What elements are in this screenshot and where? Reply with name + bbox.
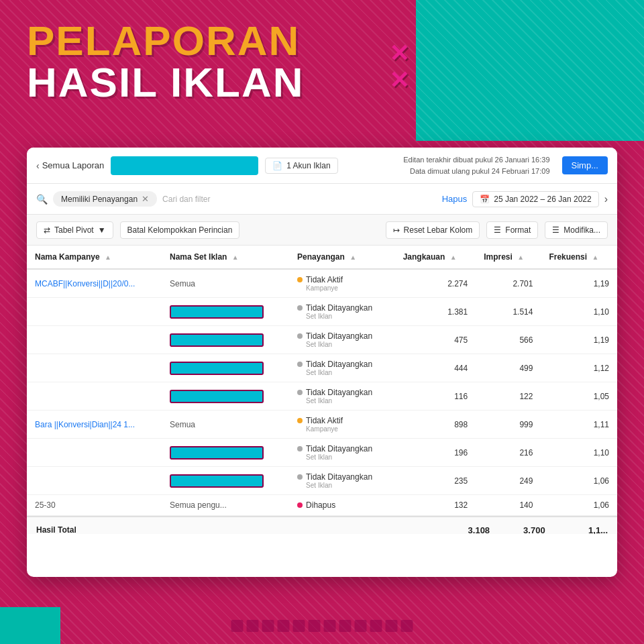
ad-set-bar: [170, 362, 264, 375]
col-campaign[interactable]: Nama Kampanye ▲: [27, 246, 162, 269]
ad-set-bar: [170, 474, 264, 488]
group-label: Batal Kelompokkan Perincian: [127, 225, 233, 235]
footer-reach-val: 3.108: [468, 525, 490, 534]
status-dot-icon: [297, 446, 303, 451]
format-label: Format: [505, 225, 531, 235]
save-button[interactable]: Simp...: [562, 156, 608, 174]
cell-impression: 140: [476, 495, 541, 516]
filter-chip[interactable]: Memiliki Penayangan ✕: [53, 191, 157, 207]
search-icon: 🔍: [36, 194, 48, 205]
delete-button[interactable]: Hapus: [442, 194, 468, 204]
status-sub-label: Kampanye: [306, 284, 387, 292]
checker-11: [386, 620, 398, 632]
col-frekuensi[interactable]: Frekuensi ▲: [541, 246, 617, 269]
sort-icon-penayangan: ▲: [350, 254, 356, 261]
cell-adset: [162, 354, 289, 382]
cell-impression: 249: [476, 467, 541, 495]
date-range[interactable]: 📅 25 Jan 2022 – 26 Jan 2022: [472, 191, 598, 207]
modif-label: Modifika...: [564, 225, 600, 235]
pivot-chevron-icon: ▼: [98, 225, 106, 235]
status-dot-icon: [297, 277, 303, 282]
background: PELAPORAN HASIL IKLAN ✕ ✕ ‹ Semua Lapora…: [0, 0, 644, 644]
status-dot-icon: [297, 418, 303, 423]
col-jangkauan[interactable]: Jangkauan ▲: [395, 246, 476, 269]
cell-campaign: [27, 467, 162, 495]
table-row: Tidak DitayangkanSet Iklan1161221,05: [27, 382, 617, 411]
cell-impression: 1.514: [476, 298, 541, 326]
table-row: Tidak DitayangkanSet Iklan1962161,10: [27, 439, 617, 467]
date-range-label: 25 Jan 2022 – 26 Jan 2022: [494, 195, 591, 204]
cell-status: Tidak DitayangkanSet Iklan: [289, 439, 395, 467]
cell-reach: 1.381: [395, 298, 476, 326]
cell-reach: 2.274: [395, 269, 476, 298]
status-label: Dihapus: [306, 500, 335, 510]
cross-icon-1: ✕: [389, 40, 409, 67]
filter-bar: 🔍 Memiliki Penayangan ✕ Cari dan filter …: [27, 184, 617, 215]
format-button[interactable]: ☰ Format: [486, 221, 538, 239]
bottom-checkers: [231, 620, 413, 632]
status-label: Tidak Ditayangkan: [306, 360, 372, 369]
ad-set-bar: [170, 446, 264, 460]
campaign-link[interactable]: Bara ||Konversi|Dian||24 1...: [35, 420, 142, 429]
back-button[interactable]: ‹ Semua Laporan: [36, 160, 104, 171]
data-table: Nama Kampanye ▲ Nama Set Iklan ▲ Penayan…: [27, 246, 617, 516]
cell-impression: 999: [476, 411, 541, 439]
reset-col-button[interactable]: ↦ Reset Lebar Kolom: [386, 221, 480, 239]
title-pelaporan: PELAPORAN: [27, 20, 305, 62]
sort-icon-impresi: ▲: [517, 254, 524, 261]
cell-reach: 196: [395, 439, 476, 467]
col-impresi[interactable]: Impresi ▲: [476, 246, 541, 269]
account-badge[interactable]: 📄 1 Akun Iklan: [265, 158, 337, 174]
table-row: Bara ||Konversi|Dian||24 1...SemuaTidak …: [27, 411, 617, 439]
status-dot-icon: [297, 305, 303, 311]
col-penayangan[interactable]: Penayangan ▲: [289, 246, 395, 269]
campaign-link[interactable]: MCABF||Konversi||D||20/0...: [35, 279, 142, 288]
checker-8: [339, 620, 352, 632]
cell-frequency: 1,19: [541, 269, 617, 298]
sort-icon-frekuensi: ▲: [592, 254, 598, 261]
ad-set-bar: [170, 333, 264, 347]
more-options-icon[interactable]: ›: [604, 193, 608, 205]
footer-reach: 3.108 Orang: [468, 525, 490, 534]
table-header-row: Nama Kampanye ▲ Nama Set Iklan ▲ Penayan…: [27, 246, 617, 269]
status-dot-icon: [297, 333, 303, 339]
status-dot-icon: [297, 390, 303, 395]
group-button[interactable]: Batal Kelompokkan Perincian: [120, 221, 240, 239]
cell-campaign: [27, 354, 162, 382]
cell-frequency: 1,10: [541, 298, 617, 326]
teal-top-right: [416, 0, 644, 141]
col-adset[interactable]: Nama Set Iklan ▲: [162, 246, 289, 269]
table-row: Tidak DitayangkanSet Iklan4755661,19: [27, 326, 617, 354]
checker-3: [262, 620, 274, 632]
filter-chip-label: Memiliki Penayangan: [61, 195, 138, 204]
edit-info-line1: Editan terakhir dibuat pukul 26 Januari …: [403, 154, 549, 166]
cell-campaign: [27, 298, 162, 326]
filter-chip-close-icon[interactable]: ✕: [142, 194, 149, 204]
modif-icon: ☰: [552, 225, 559, 235]
teal-diagonal-pattern: [416, 0, 644, 141]
footer-frequency-val: 1,1...: [579, 525, 608, 534]
account-label: 1 Akun Iklan: [286, 161, 330, 170]
status-sub-label: Set Iklan: [306, 453, 387, 461]
edit-info: Editan terakhir dibuat pukul 26 Januari …: [403, 154, 549, 176]
sort-icon-jangkauan: ▲: [450, 254, 457, 261]
status-label: Tidak Aktif: [306, 416, 343, 425]
cell-frequency: 1,12: [541, 354, 617, 382]
pivot-button[interactable]: ⇄ Tabel Pivot ▼: [36, 221, 113, 239]
modif-button[interactable]: ☰ Modifika...: [545, 221, 608, 239]
cell-adset: [162, 467, 289, 495]
status-sub-label: Set Iklan: [306, 397, 387, 405]
cell-campaign: [27, 382, 162, 411]
cell-status: Tidak DitayangkanSet Iklan: [289, 354, 395, 382]
header-area: PELAPORAN HASIL IKLAN: [27, 20, 305, 103]
report-name-bar[interactable]: [111, 156, 258, 175]
status-label: Tidak Ditayangkan: [306, 472, 372, 482]
edit-info-line2: Data dimuat ulang pukul 24 Februari 17:0…: [403, 166, 549, 177]
cell-reach: 475: [395, 326, 476, 354]
toolbar: ⇄ Tabel Pivot ▼ Batal Kelompokkan Perinc…: [27, 215, 617, 246]
cell-adset: Semua: [162, 269, 289, 298]
status-label: Tidak Ditayangkan: [306, 303, 372, 313]
cell-status: Tidak DitayangkanSet Iklan: [289, 467, 395, 495]
search-placeholder[interactable]: Cari dan filter: [162, 195, 437, 204]
ad-set-bar: [170, 305, 264, 319]
